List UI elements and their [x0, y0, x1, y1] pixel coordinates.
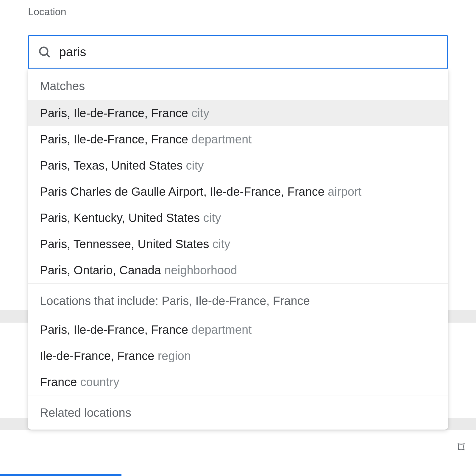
- option-name: Paris Charles de Gaulle Airport, Ile-de-…: [40, 185, 324, 198]
- option-name: Paris, Texas, United States: [40, 159, 183, 172]
- matches-section-header: Matches: [28, 69, 448, 100]
- stray-bracket: ⌑: [457, 439, 465, 455]
- location-search-input[interactable]: [59, 45, 438, 59]
- search-icon: [38, 45, 51, 59]
- related-locations-section-header: Related locations: [28, 395, 448, 430]
- location-option[interactable]: Paris, Ile-de-France, France department: [28, 126, 448, 152]
- location-option[interactable]: Paris, Ile-de-France, France city: [28, 100, 448, 126]
- option-name: Paris, Tennessee, United States: [40, 237, 209, 250]
- location-option[interactable]: Paris Charles de Gaulle Airport, Ile-de-…: [28, 178, 448, 205]
- location-option[interactable]: Paris, Ile-de-France, France department: [28, 317, 448, 343]
- option-name: Paris, Ile-de-France, France: [40, 133, 188, 146]
- option-name: Paris, Kentucky, United States: [40, 211, 200, 224]
- location-dropdown: Matches Paris, Ile-de-France, France cit…: [28, 69, 448, 430]
- tab-indicator: [0, 474, 121, 476]
- option-type: country: [77, 375, 119, 389]
- option-type: city: [188, 107, 209, 120]
- location-option[interactable]: Paris, Tennessee, United States city: [28, 231, 448, 257]
- option-type: airport: [324, 185, 362, 198]
- svg-point-0: [40, 47, 48, 55]
- option-type: department: [188, 133, 252, 146]
- option-type: region: [154, 349, 191, 362]
- location-option[interactable]: Paris, Texas, United States city: [28, 152, 448, 178]
- option-type: neighborhood: [161, 264, 237, 277]
- option-type: department: [188, 323, 252, 336]
- option-name: Paris, Ile-de-France, France: [40, 107, 188, 120]
- location-search-box[interactable]: [28, 35, 448, 69]
- location-option[interactable]: Paris, Ontario, Canada neighborhood: [28, 257, 448, 283]
- location-option[interactable]: Paris, Kentucky, United States city: [28, 205, 448, 231]
- location-option[interactable]: France country: [28, 369, 448, 395]
- option-type: city: [209, 237, 230, 250]
- option-type: city: [200, 211, 221, 224]
- location-field-label: Location: [28, 6, 448, 18]
- location-option[interactable]: Ile-de-France, France region: [28, 343, 448, 369]
- option-name: France: [40, 375, 77, 389]
- option-name: Ile-de-France, France: [40, 349, 154, 362]
- option-type: city: [183, 159, 204, 172]
- svg-line-1: [47, 54, 50, 57]
- option-name: Paris, Ontario, Canada: [40, 264, 161, 277]
- option-name: Paris, Ile-de-France, France: [40, 323, 188, 336]
- parent-locations-section-header: Locations that include: Paris, Ile-de-Fr…: [28, 283, 448, 317]
